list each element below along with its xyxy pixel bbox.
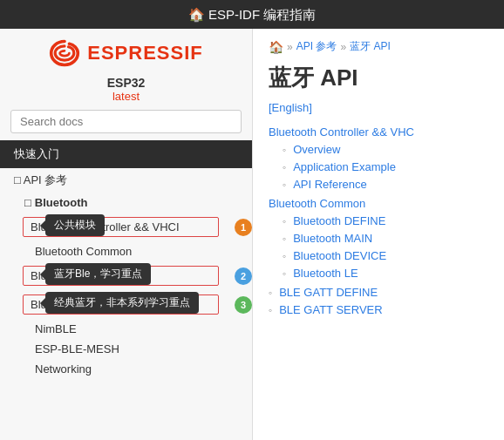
toc-link-api-ref[interactable]: API Reference <box>293 178 367 191</box>
espressif-logo-icon <box>49 37 80 69</box>
nav-networking[interactable]: Networking <box>10 359 252 379</box>
nav-esp-ble-mesh[interactable]: ESP-BLE-MESH <box>10 339 252 359</box>
toc-sub-ble-gatt-server: BLE GATT SERVER <box>269 302 488 316</box>
version-badge: latest <box>0 90 252 103</box>
toc-link-main[interactable]: Bluetooth MAIN <box>293 232 372 245</box>
toc-item-common: Bluetooth Common Bluetooth DEFINE Blueto… <box>269 196 488 280</box>
nav-nimble[interactable]: NimBLE <box>10 319 252 339</box>
toc-link-ble-gatt-define[interactable]: BLE GATT DEFINE <box>279 286 378 299</box>
toc-sub-common: Bluetooth DEFINE Bluetooth MAIN Bluetoot… <box>269 213 488 280</box>
toc-link-ble[interactable]: Bluetooth LE <box>293 267 358 280</box>
toc-sub-app-example: Application Example <box>283 159 488 173</box>
page-title: 蓝牙 API <box>269 63 488 93</box>
toc-sub-overview: Overview <box>283 142 488 156</box>
bluetooth-controller-row: Bluetooth Controller && VHCI 1 公共模块 <box>10 213 252 241</box>
breadcrumb-bt-link[interactable]: 蓝牙 API <box>350 39 391 54</box>
toc-link-overview[interactable]: Overview <box>293 143 340 156</box>
toc-sub-define: Bluetooth DEFINE <box>283 213 488 227</box>
toc-sub-controller: Overview Application Example API Referen… <box>269 142 488 191</box>
toc-sub-api-ref: API Reference <box>283 177 488 191</box>
home-icon: 🏠 <box>269 40 283 54</box>
tooltip-3: 经典蓝牙，非本系列学习重点 <box>45 292 199 314</box>
toc-sub-ble-items: BLE GATT DEFINE BLE GATT SERVER <box>269 285 488 316</box>
toc-sub-device: Bluetooth DEVICE <box>283 248 488 262</box>
bluetooth-classic-row: Bluetooth Classic 3 经典蓝牙，非本系列学习重点 <box>10 290 252 319</box>
sidebar-logo: ESPRESSIF <box>0 29 252 72</box>
bluetooth-label: Bluetooth <box>35 196 88 209</box>
breadcrumb-api-link[interactable]: API 参考 <box>296 39 337 54</box>
toc-link-app-example[interactable]: Application Example <box>293 160 396 173</box>
nav-bluetooth-group: □ Bluetooth Bluetooth Controller && VHCI… <box>0 193 252 379</box>
nav-quick-start[interactable]: 快速入门 <box>0 140 252 168</box>
search-input[interactable] <box>10 110 242 133</box>
breadcrumb-sep-2: » <box>340 41 346 53</box>
toc-sub-ble-gatt-define: BLE GATT DEFINE <box>269 285 488 299</box>
device-name: ESP32 <box>0 76 252 90</box>
breadcrumb-sep-1: » <box>287 41 293 53</box>
breadcrumb: 🏠 » API 参考 » 蓝牙 API <box>269 39 488 54</box>
toc-list: Bluetooth Controller && VHC Overview App… <box>269 125 488 316</box>
nav-bluetooth-common[interactable]: Bluetooth Common <box>10 241 252 261</box>
espressif-logo: ESPRESSIF <box>14 37 238 69</box>
english-link[interactable]: [English] <box>269 101 312 114</box>
toc-link-ble-gatt-server[interactable]: BLE GATT SERVER <box>279 303 383 316</box>
nav-bluetooth-title[interactable]: □ Bluetooth <box>10 193 252 213</box>
toc-sub-main: Bluetooth MAIN <box>283 231 488 245</box>
toc-sub-ble: Bluetooth LE <box>283 266 488 280</box>
toc-link-device[interactable]: Bluetooth DEVICE <box>293 249 386 262</box>
search-box[interactable] <box>10 110 242 133</box>
bluetooth-caret: □ <box>24 196 31 209</box>
badge-1: 1 <box>235 219 252 236</box>
badge-3: 3 <box>235 296 252 314</box>
main-content: 🏠 » API 参考 » 蓝牙 API 蓝牙 API [English] Blu… <box>253 29 504 440</box>
sidebar: ESPRESSIF ESP32 latest 快速入门 □ API 参考 □ B… <box>0 29 253 440</box>
tooltip-2: 蓝牙Ble，学习重点 <box>45 263 151 285</box>
nav-api-ref[interactable]: □ API 参考 <box>0 168 252 193</box>
nav-section: 快速入门 □ API 参考 □ Bluetooth Bluetooth Cont… <box>0 140 252 440</box>
tooltip-1: 公共模块 <box>45 214 105 236</box>
sidebar-version: ESP32 latest <box>0 76 252 103</box>
badge-2: 2 <box>235 267 252 285</box>
toc-link-controller[interactable]: Bluetooth Controller && VHC <box>269 125 414 139</box>
toc-item-controller: Bluetooth Controller && VHC Overview App… <box>269 125 488 191</box>
toc-item-ble-sub: BLE GATT DEFINE BLE GATT SERVER <box>269 285 488 316</box>
toc-link-define[interactable]: Bluetooth DEFINE <box>293 214 385 227</box>
toc-link-common[interactable]: Bluetooth Common <box>269 197 365 210</box>
espressif-name: ESPRESSIF <box>87 42 202 64</box>
top-header: 🏠 ESP-IDF 编程指南 <box>0 0 504 29</box>
bluetooth-le-row: Bluetooth LE 2 蓝牙Ble，学习重点 <box>10 261 252 290</box>
